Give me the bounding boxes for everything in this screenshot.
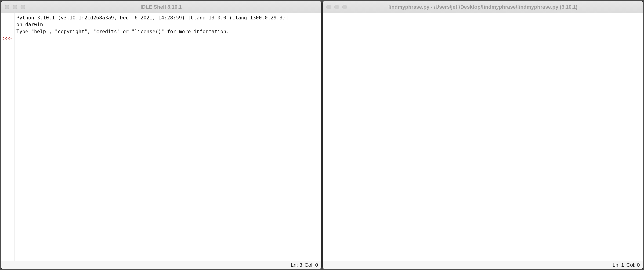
editor-window: findmyphrase.py - /Users/jeff/Desktop/fi… [323,1,643,269]
prompt-gutter: ...>>> [1,13,14,261]
minimize-icon[interactable] [13,5,17,9]
editor-content[interactable] [323,13,643,261]
window-title: findmyphrase.py - /Users/jeff/Desktop/fi… [323,4,643,10]
statusbar: Ln: 3 Col: 0 [1,261,321,269]
editor-text[interactable] [323,13,643,261]
status-line-number: Ln: 1 [613,262,624,268]
shell-content[interactable]: ...>>> Python 3.10.1 (v3.10.1:2cd268a3a9… [1,13,321,261]
statusbar: Ln: 1 Col: 0 [323,261,643,269]
window-controls [5,5,25,9]
status-col-number: Col: 0 [305,262,318,268]
window-controls [326,5,347,9]
prompt-symbol: >>> [3,35,14,42]
shell-text[interactable]: Python 3.10.1 (v3.10.1:2cd268a3a9, Dec 6… [14,13,321,261]
titlebar[interactable]: IDLE Shell 3.10.1 [1,1,321,13]
titlebar[interactable]: findmyphrase.py - /Users/jeff/Desktop/fi… [323,1,643,13]
idle-shell-window: IDLE Shell 3.10.1 ...>>> Python 3.10.1 (… [1,1,321,269]
banner-line-1: Python 3.10.1 (v3.10.1:2cd268a3a9, Dec 6… [16,15,288,21]
close-icon[interactable] [5,5,9,9]
window-title: IDLE Shell 3.10.1 [1,4,321,10]
status-col-number: Col: 0 [626,262,640,268]
zoom-icon[interactable] [342,5,347,9]
status-line-number: Ln: 3 [291,262,302,268]
close-icon[interactable] [326,5,331,9]
zoom-icon[interactable] [20,5,25,9]
banner-line-3: Type "help", "copyright", "credits" or "… [16,29,229,34]
minimize-icon[interactable] [334,5,339,9]
banner-line-2: on darwin [16,22,43,27]
